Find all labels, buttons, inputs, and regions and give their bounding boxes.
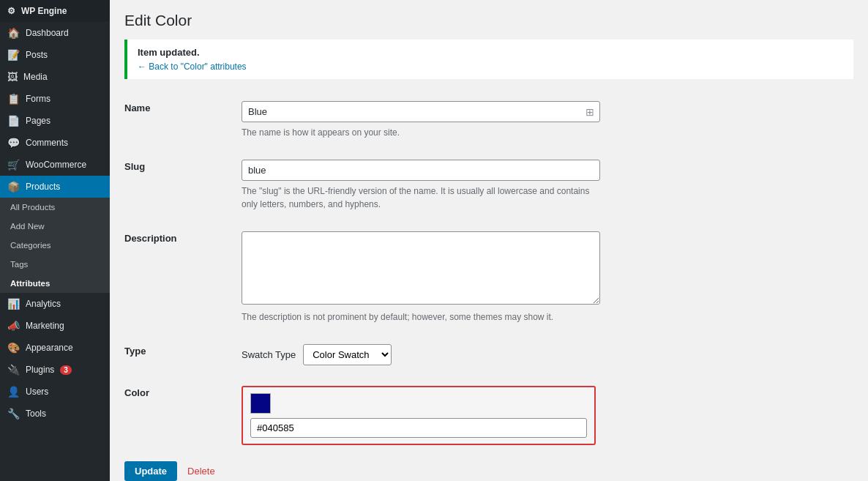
description-textarea[interactable] (242, 231, 600, 305)
swatch-type-select[interactable]: Color Swatch Image Swatch Text Swatch (303, 344, 392, 365)
pages-icon: 📄 (7, 115, 20, 127)
sidebar-item-plugins[interactable]: 🔌 Plugins 3 (0, 359, 110, 381)
name-description: The name is how it appears on your site. (242, 126, 600, 139)
forms-icon: 📋 (7, 93, 20, 105)
page-title: Edit Color (124, 12, 853, 29)
name-row: Name ⊞ The name is how it appears on you… (124, 91, 853, 149)
back-link[interactable]: ← Back to "Color" attributes (138, 61, 247, 72)
sidebar-item-tools[interactable]: 🔧 Tools (0, 403, 110, 425)
users-icon: 👤 (7, 386, 20, 398)
sidebar-item-posts[interactable]: 📝 Posts (0, 44, 110, 66)
sidebar-item-marketing[interactable]: 📣 Marketing (0, 315, 110, 337)
dashboard-icon: 🏠 (7, 27, 20, 39)
sidebar-item-comments[interactable]: 💬 Comments (0, 132, 110, 154)
slug-description: The "slug" is the URL-friendly version o… (242, 184, 600, 211)
type-row: Type Swatch Type Color Swatch Image Swat… (124, 334, 853, 376)
slug-input[interactable] (242, 160, 600, 181)
slug-row: Slug The "slug" is the URL-friendly vers… (124, 149, 853, 221)
sidebar-item-analytics[interactable]: 📊 Analytics (0, 293, 110, 315)
color-swatch-row (250, 393, 587, 414)
sidebar-item-attributes[interactable]: Attributes (0, 274, 110, 293)
name-field-icon: ⊞ (585, 106, 594, 118)
notice-success: Item updated. ← Back to "Color" attribut… (124, 40, 853, 79)
sidebar: ⚙ WP Engine 🏠 Dashboard 📝 Posts 🖼 Media … (0, 0, 110, 481)
swatch-type-label: Swatch Type (242, 349, 296, 360)
description-label: Description (124, 221, 242, 334)
sidebar-item-dashboard[interactable]: 🏠 Dashboard (0, 22, 110, 44)
tools-icon: 🔧 (7, 408, 20, 420)
sidebar-item-pages[interactable]: 📄 Pages (0, 110, 110, 132)
sidebar-item-appearance[interactable]: 🎨 Appearance (0, 337, 110, 359)
slug-label: Slug (124, 149, 242, 221)
appearance-icon: 🎨 (7, 342, 20, 354)
main-content: Edit Color Item updated. ← Back to "Colo… (110, 0, 868, 481)
color-row: Color (124, 376, 853, 455)
posts-icon: 📝 (7, 49, 20, 61)
sidebar-logo[interactable]: ⚙ WP Engine (0, 0, 110, 22)
media-icon: 🖼 (7, 71, 18, 83)
sidebar-item-tags[interactable]: Tags (0, 255, 110, 274)
update-button[interactable]: Update (124, 461, 177, 481)
color-swatch[interactable] (250, 393, 271, 414)
plugins-badge: 3 (60, 365, 72, 375)
type-row-content: Swatch Type Color Swatch Image Swatch Te… (242, 344, 853, 365)
sidebar-item-products[interactable]: 📦 Products (0, 176, 110, 198)
color-label: Color (124, 376, 242, 455)
sidebar-item-media[interactable]: 🖼 Media (0, 66, 110, 88)
color-hex-input[interactable] (250, 418, 587, 438)
delete-button[interactable]: Delete (184, 461, 218, 481)
sidebar-item-forms[interactable]: 📋 Forms (0, 88, 110, 110)
notice-text: Item updated. (138, 47, 843, 58)
plugins-icon: 🔌 (7, 364, 20, 376)
name-field-wrapper: ⊞ (242, 101, 600, 122)
type-label: Type (124, 334, 242, 376)
marketing-icon: 📣 (7, 320, 20, 332)
form-table: Name ⊞ The name is how it appears on you… (124, 91, 853, 455)
name-input[interactable] (242, 101, 600, 122)
wp-engine-icon: ⚙ (7, 6, 15, 16)
sidebar-item-users[interactable]: 👤 Users (0, 381, 110, 403)
name-label: Name (124, 91, 242, 149)
color-picker-wrapper (242, 386, 596, 445)
woocommerce-icon: 🛒 (7, 159, 20, 171)
description-note: The description is not prominent by defa… (242, 310, 600, 324)
sidebar-item-categories[interactable]: Categories (0, 236, 110, 255)
comments-icon: 💬 (7, 137, 20, 149)
products-icon: 📦 (7, 181, 20, 193)
sidebar-item-all-products[interactable]: All Products (0, 198, 110, 217)
analytics-icon: 📊 (7, 298, 20, 310)
sidebar-item-add-new[interactable]: Add New (0, 217, 110, 236)
sidebar-item-woocommerce[interactable]: 🛒 WooCommerce (0, 154, 110, 176)
products-submenu: All Products Add New Categories Tags Att… (0, 198, 110, 293)
description-row: Description The description is not promi… (124, 221, 853, 334)
action-row: Update Delete (124, 461, 853, 481)
